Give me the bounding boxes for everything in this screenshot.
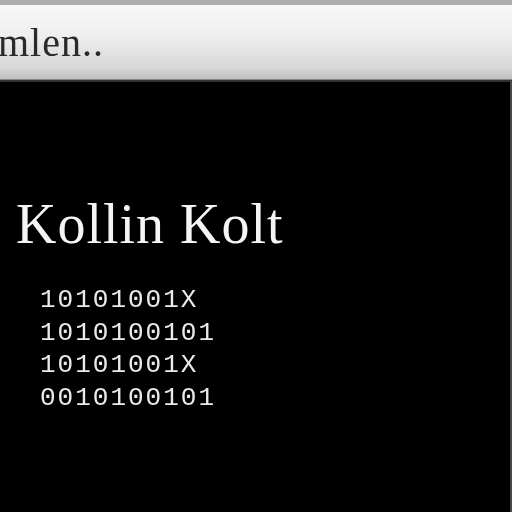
content-heading: Kollin Kolt — [10, 192, 510, 256]
binary-line: 0010100101 — [40, 382, 510, 415]
binary-line: 1010100101 — [40, 317, 510, 350]
binary-line: 10101001X — [40, 349, 510, 382]
terminal-window: mlen.. Kollin Kolt 10101001X 1010100101 … — [0, 0, 512, 512]
binary-output: 10101001X 1010100101 10101001X 001010010… — [10, 284, 510, 414]
terminal-content[interactable]: Kollin Kolt 10101001X 1010100101 1010100… — [0, 80, 512, 512]
binary-line: 10101001X — [40, 284, 510, 317]
window-titlebar[interactable]: mlen.. — [0, 0, 512, 80]
window-title: mlen.. — [0, 19, 104, 66]
